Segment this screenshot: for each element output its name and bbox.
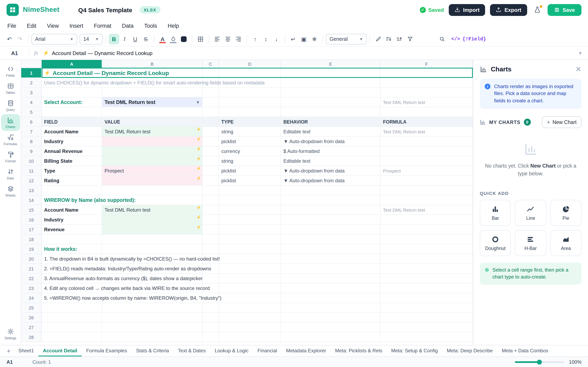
menu-view[interactable]: View	[47, 23, 59, 29]
cell-F27[interactable]	[380, 323, 473, 332]
cell-E11[interactable]: ▼ Auto-dropdown from data	[281, 166, 380, 176]
cell-C15[interactable]	[203, 205, 219, 215]
cell-F6[interactable]: FORMULA	[380, 117, 473, 127]
row-header-25[interactable]: 25	[21, 303, 42, 313]
quick-add-pie[interactable]: Pie	[550, 200, 581, 226]
text-color-button[interactable]: A	[157, 34, 168, 44]
cell-E4[interactable]	[281, 98, 380, 107]
align-right-button[interactable]	[233, 34, 244, 44]
sheet-tab-financial[interactable]: Financial	[253, 345, 282, 356]
cell-D19[interactable]	[219, 244, 281, 254]
cell-C5[interactable]	[203, 107, 219, 117]
row-header-7[interactable]: 7	[21, 127, 42, 137]
row-header-6[interactable]: 6	[21, 117, 42, 127]
cell-A25[interactable]	[42, 303, 102, 313]
cell-C9[interactable]	[203, 146, 219, 156]
cell-D21[interactable]	[219, 264, 281, 274]
borders-button[interactable]	[195, 34, 206, 44]
export-button[interactable]: Export	[490, 4, 527, 16]
cell-B28[interactable]	[102, 332, 203, 342]
lab-flask-button[interactable]	[534, 6, 541, 13]
cell-D28[interactable]	[219, 332, 281, 342]
valign-middle-button[interactable]: ↕	[260, 34, 271, 44]
cell-E1[interactable]	[281, 68, 380, 78]
align-center-button[interactable]	[223, 34, 233, 44]
row-header-10[interactable]: 10	[21, 156, 42, 166]
cell-B3[interactable]	[102, 88, 203, 98]
cell-C3[interactable]	[203, 88, 219, 98]
row-header-9[interactable]: 9	[21, 146, 42, 156]
cell-F9[interactable]	[380, 146, 473, 156]
cell-D9[interactable]: currency	[219, 146, 281, 156]
undo-button[interactable]: ↶	[4, 34, 15, 44]
cell-B25[interactable]	[102, 303, 203, 313]
cell-A11[interactable]: Type	[42, 166, 102, 176]
filter-button[interactable]	[405, 34, 415, 44]
cell-A18[interactable]	[42, 234, 102, 244]
cell-A16[interactable]: Industry	[42, 215, 102, 225]
cell-E17[interactable]	[281, 225, 380, 234]
cell-A14[interactable]: WIREROW by Name (also supported):	[42, 195, 102, 205]
row-header-13[interactable]: 13	[21, 185, 42, 195]
cell-reference-box[interactable]: A1	[0, 50, 29, 56]
cell-B11[interactable]: Prospect⚡	[102, 166, 203, 176]
font-size-select[interactable]: 14▼	[80, 34, 103, 44]
cell-C14[interactable]	[203, 195, 219, 205]
cell-C28[interactable]	[203, 332, 219, 342]
bold-button[interactable]: B	[109, 34, 119, 44]
cell-D27[interactable]	[219, 323, 281, 332]
cell-F20[interactable]	[380, 254, 473, 264]
menu-insert[interactable]: Insert	[69, 23, 83, 29]
menu-edit[interactable]: Edit	[27, 23, 36, 29]
cell-B27[interactable]	[102, 323, 203, 332]
menu-help[interactable]: Help	[168, 23, 179, 29]
sidebar-item-charts[interactable]: Charts	[1, 114, 20, 131]
cell-F19[interactable]	[380, 244, 473, 254]
cell-D17[interactable]	[219, 225, 281, 234]
cell-A26[interactable]	[42, 313, 102, 323]
cell-D14[interactable]	[219, 195, 281, 205]
cell-F14[interactable]	[380, 195, 473, 205]
cell-D3[interactable]	[219, 88, 281, 98]
redo-button[interactable]: ↷	[15, 34, 25, 44]
cell-C27[interactable]	[203, 323, 219, 332]
cell-B17[interactable]: ⚡	[102, 225, 203, 234]
cell-E25[interactable]	[281, 303, 380, 313]
cell-F16[interactable]	[380, 215, 473, 225]
cell-A27[interactable]	[42, 323, 102, 332]
insert-image-button[interactable]: ▣	[298, 34, 309, 44]
cell-B7[interactable]: Test DML Return test⚡	[102, 127, 203, 137]
cell-D10[interactable]: string	[219, 156, 281, 166]
cell-B9[interactable]: ⚡	[102, 146, 203, 156]
row-header-16[interactable]: 16	[21, 215, 42, 225]
cell-D6[interactable]: TYPE	[219, 117, 281, 127]
cell-C22[interactable]	[203, 274, 219, 284]
row-header-12[interactable]: 12	[21, 176, 42, 185]
formula-input[interactable]: Account Detail — Dynamic Record Lookup	[52, 50, 572, 56]
cell-D26[interactable]	[219, 313, 281, 323]
row-header-18[interactable]: 18	[21, 234, 42, 244]
cell-F23[interactable]	[380, 284, 473, 293]
row-header-27[interactable]: 27	[21, 323, 42, 332]
row-header-22[interactable]: 22	[21, 274, 42, 284]
cell-F13[interactable]	[380, 185, 473, 195]
cell-D8[interactable]: picklist	[219, 137, 281, 146]
sheet-tab-text-dates[interactable]: Text & Dates	[173, 345, 210, 356]
row-header-20[interactable]: 20	[21, 254, 42, 264]
cell-C13[interactable]	[203, 185, 219, 195]
add-sheet-button[interactable]: +	[3, 345, 14, 356]
column-header-B[interactable]: B	[102, 60, 203, 68]
border-color-button[interactable]	[178, 34, 189, 44]
cell-A9[interactable]: Annual Revenue	[42, 146, 102, 156]
cell-A17[interactable]: Revenue	[42, 225, 102, 234]
column-header-C[interactable]: C	[203, 60, 219, 68]
font-family-select[interactable]: Arial▼	[31, 34, 77, 44]
cell-E18[interactable]	[281, 234, 380, 244]
cell-B5[interactable]	[102, 107, 203, 117]
formula-expand-caret[interactable]: ▼	[578, 51, 582, 55]
select-all-corner[interactable]	[21, 60, 42, 68]
fill-color-button[interactable]	[168, 34, 178, 44]
cell-B6[interactable]: VALUE	[102, 117, 203, 127]
cell-C6[interactable]	[203, 117, 219, 127]
cell-B18[interactable]	[102, 234, 203, 244]
